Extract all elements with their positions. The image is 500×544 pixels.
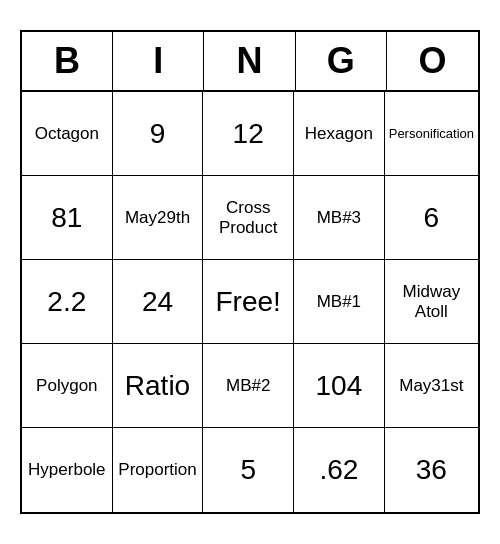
bingo-cell: 12 xyxy=(203,92,294,176)
bingo-cell: 36 xyxy=(385,428,478,512)
bingo-cell: Cross Product xyxy=(203,176,294,260)
bingo-cell: Proportion xyxy=(113,428,204,512)
bingo-cell: 2.2 xyxy=(22,260,113,344)
header-letter: O xyxy=(387,32,478,90)
bingo-cell: 6 xyxy=(385,176,478,260)
bingo-grid: Octagon912HexagonPersonification81May29t… xyxy=(22,92,478,512)
bingo-header: BINGO xyxy=(22,32,478,92)
header-letter: I xyxy=(113,32,204,90)
header-letter: B xyxy=(22,32,113,90)
bingo-cell: 24 xyxy=(113,260,204,344)
header-letter: G xyxy=(296,32,387,90)
bingo-cell: Ratio xyxy=(113,344,204,428)
bingo-cell: May29th xyxy=(113,176,204,260)
bingo-cell: MB#2 xyxy=(203,344,294,428)
header-letter: N xyxy=(204,32,295,90)
bingo-cell: 81 xyxy=(22,176,113,260)
bingo-cell: Polygon xyxy=(22,344,113,428)
bingo-cell: MB#1 xyxy=(294,260,385,344)
bingo-cell: 9 xyxy=(113,92,204,176)
bingo-cell: 104 xyxy=(294,344,385,428)
bingo-cell: 5 xyxy=(203,428,294,512)
bingo-cell: Personification xyxy=(385,92,478,176)
bingo-cell: Hexagon xyxy=(294,92,385,176)
bingo-cell: May31st xyxy=(385,344,478,428)
bingo-cell: Octagon xyxy=(22,92,113,176)
bingo-cell: Free! xyxy=(203,260,294,344)
bingo-cell: Hyperbole xyxy=(22,428,113,512)
bingo-cell: Midway Atoll xyxy=(385,260,478,344)
bingo-card: BINGO Octagon912HexagonPersonification81… xyxy=(20,30,480,514)
bingo-cell: .62 xyxy=(294,428,385,512)
bingo-cell: MB#3 xyxy=(294,176,385,260)
